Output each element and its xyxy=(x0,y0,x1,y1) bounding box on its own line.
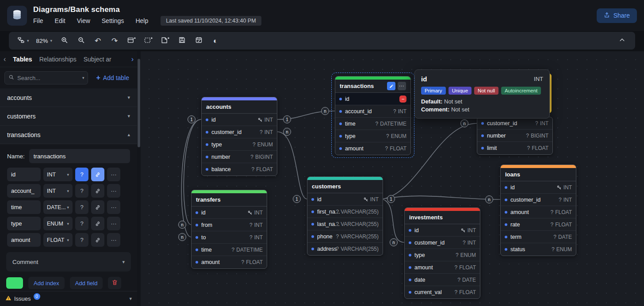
tab-subject-areas[interactable]: Subject ar xyxy=(84,56,111,63)
add-field-button[interactable]: Add field xyxy=(70,277,103,289)
field-type-select[interactable]: INT▾ xyxy=(43,168,73,181)
field-row-account_id[interactable]: account_id?INT xyxy=(335,105,410,118)
table-header[interactable]: transactions··· xyxy=(335,80,410,93)
nullable-toggle-button[interactable]: ? xyxy=(75,217,88,230)
add-table-toolbar-button[interactable] xyxy=(124,34,138,48)
save-button[interactable] xyxy=(175,34,189,48)
field-name-input[interactable]: type xyxy=(7,217,41,230)
edit-table-button[interactable] xyxy=(387,82,395,90)
table-card-transfers[interactable]: transfersidINTfrom?INTto?INTtime?DATETIM… xyxy=(191,190,267,269)
field-row-type[interactable]: type?ENUM xyxy=(202,138,277,151)
undo-button[interactable]: ↶ xyxy=(91,34,105,48)
field-row-last_na...[interactable]: last_na...?VARCHAR(255) xyxy=(307,218,383,230)
sidebar-item-customers[interactable]: customers ▾ xyxy=(0,107,137,126)
app-logo[interactable] xyxy=(7,6,27,26)
table-color-swatch[interactable] xyxy=(6,277,23,289)
field-row-date[interactable]: date?DATE xyxy=(405,274,480,286)
zoom-level-dropdown[interactable]: 82% ▾ xyxy=(34,34,55,48)
collapse-toolbar-button[interactable] xyxy=(615,34,629,48)
field-row-customer_id[interactable]: customer_id?INT xyxy=(405,237,480,249)
search-input[interactable]: Search... ▾ xyxy=(4,71,88,84)
delete-field-button[interactable]: − xyxy=(399,96,406,103)
menu-edit[interactable]: Edit xyxy=(55,17,65,24)
key-link-button[interactable] xyxy=(91,184,104,198)
field-row-customer_id[interactable]: customer_id?INT xyxy=(501,194,576,206)
field-row-status[interactable]: status?ENUM xyxy=(501,243,576,256)
menu-view[interactable]: View xyxy=(77,17,90,24)
field-row-number[interactable]: number?BIGINT xyxy=(477,130,552,142)
field-row-customer_id[interactable]: customer_id?INT xyxy=(202,126,277,138)
share-button[interactable]: Share xyxy=(597,8,637,23)
field-row-number[interactable]: number?BIGINT xyxy=(202,151,277,163)
table-header[interactable]: investments xyxy=(405,211,480,224)
field-row-amount[interactable]: amount?FLOAT xyxy=(405,261,480,274)
sidebar-scrollbar[interactable] xyxy=(137,51,141,306)
field-row-id[interactable]: idINT xyxy=(192,207,267,219)
field-more-button[interactable]: ··· xyxy=(107,233,120,247)
tabs-scroll-right-icon[interactable]: › xyxy=(131,55,134,63)
nullable-toggle-button[interactable]: ? xyxy=(75,168,88,181)
add-note-button[interactable] xyxy=(158,34,172,48)
field-type-select[interactable]: ENUM▾ xyxy=(43,217,73,230)
issues-bar[interactable]: Issues 0 ▾ xyxy=(0,291,137,306)
menu-settings[interactable]: Settings xyxy=(102,17,124,24)
tab-tables[interactable]: Tables xyxy=(13,56,32,63)
field-row-term[interactable]: term?DATE xyxy=(501,231,576,243)
key-link-button[interactable] xyxy=(91,233,104,247)
theme-toggle-button[interactable]: ◐ xyxy=(208,34,222,48)
sidebar-item-accounts[interactable]: accounts ▾ xyxy=(0,88,137,107)
field-name-input[interactable]: amount xyxy=(7,233,41,247)
field-row-id[interactable]: idINT xyxy=(202,114,277,126)
table-more-button[interactable]: ··· xyxy=(398,82,406,90)
field-row-time[interactable]: time?DATETIME xyxy=(335,118,410,130)
field-row-limit[interactable]: limit?FLOAT xyxy=(477,142,552,154)
field-row-type[interactable]: type?ENUM xyxy=(405,249,480,261)
table-header[interactable]: accounts xyxy=(202,100,277,114)
diagram-canvas[interactable]: accountsidINTcustomer_id?INTtype?ENUMnum… xyxy=(141,51,644,306)
table-card-partial[interactable]: customer_id?INTnumber?BIGINTlimit?FLOAT xyxy=(477,117,553,155)
menu-help[interactable]: Help xyxy=(135,17,148,24)
scrollbar-thumb[interactable] xyxy=(138,59,140,147)
nullable-toggle-button[interactable]: ? xyxy=(75,233,88,247)
field-row-time[interactable]: time?DATETIME xyxy=(192,244,267,256)
field-row-id[interactable]: id− xyxy=(335,93,410,105)
field-row-customer_id[interactable]: customer_id?INT xyxy=(477,117,552,130)
chevron-down-icon[interactable]: ▾ xyxy=(129,296,132,302)
table-card-investments[interactable]: investmentsidINTcustomer_id?INTtype?ENUM… xyxy=(404,207,480,299)
key-link-button[interactable] xyxy=(91,168,104,181)
table-card-transactions[interactable]: transactions···id−account_id?INTtime?DAT… xyxy=(335,76,411,155)
add-table-button[interactable]: + Add table xyxy=(92,74,133,82)
field-row-balance[interactable]: balance?FLOAT xyxy=(202,163,277,176)
field-more-button[interactable]: ··· xyxy=(107,217,120,230)
nullable-toggle-button[interactable]: ? xyxy=(75,200,88,214)
table-name-input[interactable]: transactions xyxy=(29,149,130,163)
redo-button[interactable]: ↷ xyxy=(107,34,122,48)
field-row-from[interactable]: from?INT xyxy=(192,219,267,231)
field-row-type[interactable]: type?ENUM xyxy=(335,130,410,142)
table-header[interactable]: customers xyxy=(307,180,383,193)
key-link-button[interactable] xyxy=(91,200,104,214)
field-row-to[interactable]: to?INT xyxy=(192,231,267,244)
add-area-button[interactable] xyxy=(141,34,155,48)
field-type-select[interactable]: FLOAT▾ xyxy=(43,233,73,247)
delete-table-button[interactable] xyxy=(108,277,121,289)
add-index-button[interactable]: Add index xyxy=(28,277,65,289)
menu-file[interactable]: File xyxy=(33,17,43,24)
field-type-select[interactable]: DATE...▾ xyxy=(43,200,73,214)
field-row-id[interactable]: idINT xyxy=(405,224,480,237)
zoom-out-button[interactable] xyxy=(74,34,88,48)
table-card-accounts[interactable]: accountsidINTcustomer_id?INTtype?ENUMnum… xyxy=(201,97,277,176)
field-type-select[interactable]: INT▾ xyxy=(43,184,73,198)
field-row-id[interactable]: idINT xyxy=(307,193,383,206)
sidebar-item-transactions[interactable]: transactions ▴ xyxy=(0,126,137,144)
comment-section[interactable]: Comment ▾ xyxy=(6,252,131,272)
field-row-id[interactable]: idINT xyxy=(501,181,576,194)
field-more-button[interactable]: ··· xyxy=(107,184,120,198)
field-name-input[interactable]: id xyxy=(7,168,41,181)
field-name-input[interactable]: time xyxy=(7,200,41,214)
table-header[interactable]: transfers xyxy=(192,193,267,207)
relationship-customers-loans[interactable] xyxy=(382,196,500,199)
table-header[interactable]: loans xyxy=(501,168,576,181)
todo-button[interactable] xyxy=(192,34,206,48)
field-row-current_val[interactable]: current_val?FLOAT xyxy=(405,286,480,298)
